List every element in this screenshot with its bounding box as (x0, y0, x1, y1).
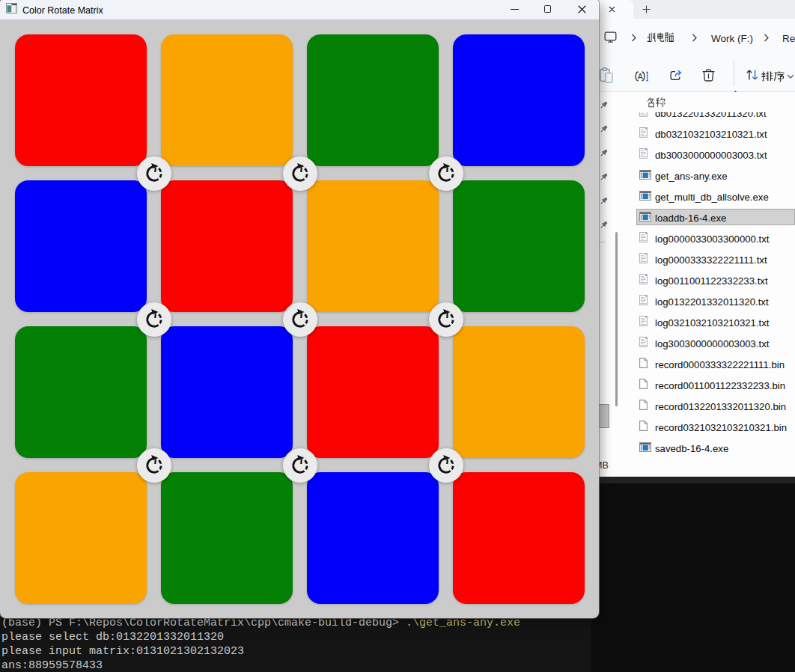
svg-text:A: A (638, 72, 643, 81)
